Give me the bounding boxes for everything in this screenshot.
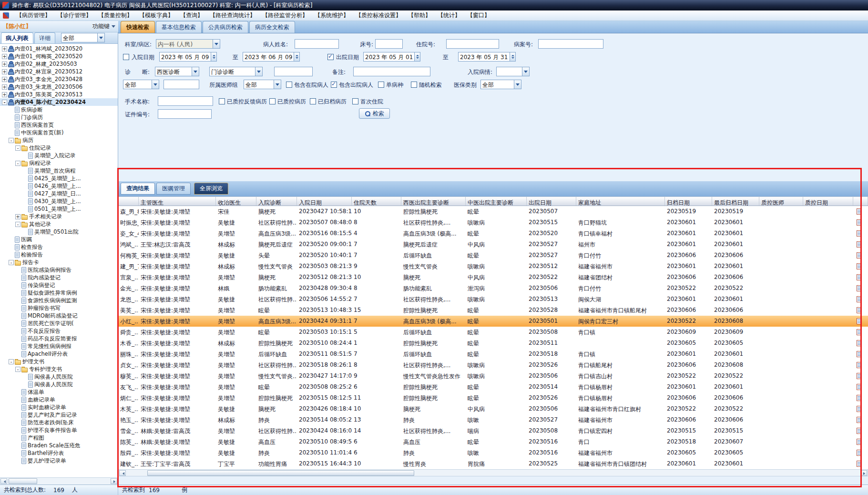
chevron-down-icon[interactable]	[522, 67, 529, 76]
tree-item[interactable]: +内壹03_陈美英_20230513	[0, 91, 118, 98]
menu-item[interactable]: 【质控标准设置】	[352, 10, 405, 21]
random-search-checkbox[interactable]	[411, 82, 417, 88]
menu-item[interactable]: 【查询】	[177, 10, 206, 21]
table-row[interactable]: 木香_...宋佳:吴敏捷:吴增堃林成标腔隙性脑梗死20230510 08:24:…	[118, 338, 868, 349]
tree-item[interactable]: 医嘱	[0, 236, 118, 243]
chevron-down-icon[interactable]	[274, 80, 281, 89]
tree-item[interactable]: 吴增堃_入院记录	[0, 152, 118, 159]
table-row[interactable]: 鸿斌_...王莹:林志汉:雷高茂林成标脑梗死后遗症20230520 09:00:…	[118, 239, 868, 250]
sidebar-horizontal-scrollbar[interactable]	[0, 477, 118, 485]
tree-item[interactable]: 闽侯县人民医院	[0, 381, 118, 388]
tree-item[interactable]: +内壹01_林鸿斌_20230520	[0, 45, 118, 52]
menu-item[interactable]: 【系统维护】	[311, 10, 352, 21]
column-header[interactable]: 质控日期	[803, 197, 853, 206]
table-row[interactable]: 美英_...宋佳:吴敏捷:吴增堃吴增堃眩晕20230513 10:48:3915…	[118, 305, 868, 316]
column-header[interactable]: 归档日期	[665, 197, 712, 206]
tree-item[interactable]: 0427_吴增堃_日...	[0, 190, 118, 197]
record-icon[interactable]	[857, 208, 862, 215]
expand-toggle[interactable]: +	[15, 214, 20, 219]
menu-item[interactable]: 【病历管理】	[13, 10, 54, 21]
column-header[interactable]: 入院日期	[297, 197, 352, 206]
tree-item[interactable]: 中医病案首页(新)	[0, 129, 118, 136]
table-row[interactable]: 建钦_...王莹:丁宝平:雷高茂丁宝平功能性胃痛20230515 16:44:3…	[118, 458, 868, 469]
tree-item[interactable]: 0426_吴增堃_上...	[0, 182, 118, 190]
column-header[interactable]: 主管医生	[139, 197, 216, 206]
menu-item[interactable]: 【帮助】	[405, 10, 434, 21]
search-button[interactable]: 检索	[359, 108, 390, 119]
admit-condition-select[interactable]	[496, 67, 530, 76]
table-row[interactable]: 小红_...宋佳:吴敏捷:吴增堃吴增堃高血压病3级...20230424 09:…	[118, 316, 868, 327]
qc-done-checkbox[interactable]	[269, 98, 276, 104]
results-tab-0[interactable]: 查询结果	[121, 183, 155, 195]
record-icon[interactable]	[857, 428, 862, 434]
tree-item[interactable]: -内壹04_陈小红_20230424	[0, 98, 118, 106]
tree-item[interactable]: ApacheII评分表	[0, 350, 118, 358]
tree-item[interactable]: 疾病诊断	[0, 106, 118, 113]
record-icon[interactable]	[857, 395, 862, 401]
spinner-icon[interactable]	[211, 52, 216, 61]
table-row[interactable]: 雪金_...林娥:吴敏捷:雷高茂吴增堃社区获得性肺...20230424 08:…	[118, 425, 868, 436]
tree-item[interactable]: 检验报告	[0, 251, 118, 258]
tree-item[interactable]: 防范患者跌倒(坠床	[0, 419, 118, 426]
remark-input[interactable]	[353, 67, 430, 76]
column-header[interactable]: 西医出院主要诊断	[401, 197, 466, 206]
record-icon[interactable]	[857, 384, 862, 390]
tab-search-3[interactable]: 病历全文检索	[249, 21, 295, 33]
record-icon[interactable]	[857, 230, 862, 237]
results-tab-1[interactable]: 医嘱管理	[156, 183, 191, 195]
table-row[interactable]: 时振忠_..宋佳:吴敏捷:吴增堃吴敏捷社区获得性肺...20230507 08:…	[118, 217, 868, 228]
record-icon[interactable]	[857, 373, 862, 379]
record-icon[interactable]	[857, 461, 862, 467]
record-icon[interactable]	[857, 241, 862, 248]
column-header[interactable]: 收治医生	[216, 197, 256, 206]
chevron-down-icon[interactable]	[97, 33, 104, 42]
table-row[interactable]: 森_男_84宋佳:吴敏捷:吴增堃宋佳脑梗死20230427 10:58:1610…	[118, 206, 868, 217]
table-row[interactable]: 舜贵_...宋佳:吴敏捷:吴增堃吴增堃眩晕20230503 10:15:105后…	[118, 327, 868, 338]
doctor-input[interactable]	[163, 80, 199, 89]
patient-name-input[interactable]	[295, 39, 339, 49]
spinner-icon[interactable]	[414, 52, 420, 61]
table-row[interactable]: 何梅英_..宋佳:吴敏捷:吴增堃吴敏捷头晕20230520 10:40:197后…	[118, 250, 868, 261]
admit-date-to[interactable]: 2023 年 06 月 09 日	[243, 52, 300, 62]
diagnosis-scope-select[interactable]: 门诊诊断	[209, 67, 263, 76]
single-disease-checkbox[interactable]	[378, 82, 384, 88]
expand-toggle[interactable]: -	[9, 359, 14, 364]
tree-item[interactable]: -报告卡	[0, 258, 118, 266]
table-row[interactable]: 建_男_71宋佳:吴敏捷:吴增堃林成标慢性支气管炎20230503 08:21:…	[118, 261, 868, 272]
menu-item[interactable]: 【模板字典】	[136, 10, 177, 21]
expand-toggle[interactable]: -	[9, 138, 14, 143]
include-discharged-checkbox[interactable]	[331, 82, 337, 88]
tree-item[interactable]: Braden Scale压疮危	[0, 442, 118, 449]
record-icon[interactable]	[857, 439, 862, 445]
table-row[interactable]: 殷粦_...宋佳:吴敏捷:吴增堃吴敏捷肺炎20230510 11:01:476肺…	[118, 447, 868, 458]
record-icon[interactable]	[857, 285, 862, 291]
record-icon[interactable]	[857, 417, 862, 423]
chevron-down-icon[interactable]	[152, 80, 159, 89]
column-header[interactable]: 家庭地址	[576, 197, 665, 206]
expand-toggle[interactable]: +	[2, 62, 7, 67]
menu-item[interactable]: 【路径查询统计】	[206, 10, 259, 21]
record-icon[interactable]	[857, 307, 862, 313]
tree-item[interactable]: -住院记录	[0, 144, 118, 152]
tab-search-0[interactable]: 快速检索	[121, 21, 155, 33]
record-icon[interactable]	[857, 263, 862, 269]
record-icon[interactable]	[857, 406, 862, 412]
tree-item[interactable]: 护理不良事件报告单	[0, 426, 118, 434]
table-row[interactable]: 友飞_...宋佳:吴敏捷:吴增堃吴增堃眩晕20230508 08:25:286腔…	[118, 382, 868, 392]
expand-toggle[interactable]: -	[15, 161, 20, 166]
first-stay-checkbox[interactable]	[352, 98, 358, 104]
expand-toggle[interactable]: -	[2, 100, 7, 105]
tree-item[interactable]: +内壹02_林宜泉_20230512	[0, 68, 118, 75]
id-no-input[interactable]	[158, 109, 212, 119]
table-row[interactable]: 丽珠_...宋佳:吴敏捷:吴增堃吴增堃后循环缺血20230511 08:51:5…	[118, 349, 868, 360]
chevron-down-icon[interactable]	[192, 67, 199, 76]
include-inpatients-checkbox[interactable]	[286, 82, 292, 88]
tree-item[interactable]: 门诊病历	[0, 113, 118, 121]
column-header[interactable]: 中医出院主要诊断	[466, 197, 527, 206]
table-row[interactable]: 艳玉_...宋佳:吴敏捷:吴增堃林成标肺炎20230514 08:05:2313…	[118, 414, 868, 425]
menu-item[interactable]: 【统计】	[434, 10, 464, 21]
tree-item[interactable]: 肿瘤报告书写	[0, 304, 118, 312]
inpatient-no-input[interactable]	[446, 39, 499, 49]
record-icon[interactable]	[857, 219, 862, 226]
table-row[interactable]: 龙恩_...宋佳:吴敏捷:吴增堃吴敏捷社区获得性肺...20230506 14:…	[118, 294, 868, 305]
